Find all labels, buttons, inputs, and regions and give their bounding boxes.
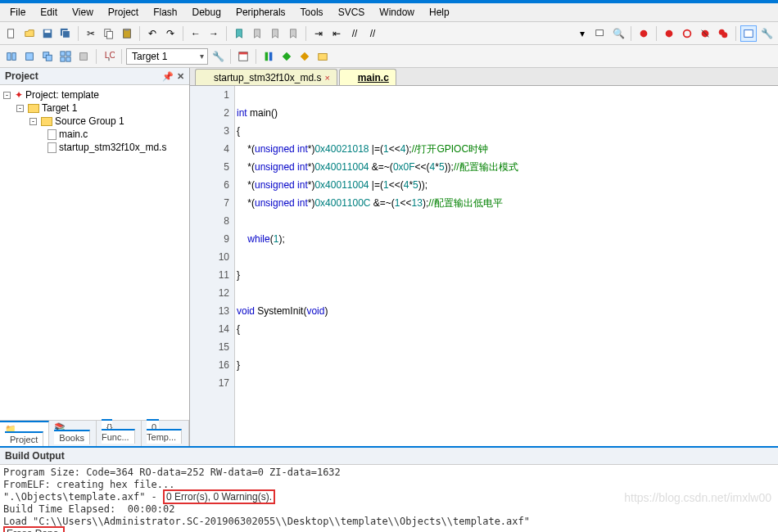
open-icon[interactable] — [21, 25, 38, 42]
manage-components-icon[interactable] — [278, 48, 295, 65]
svg-rect-0 — [8, 29, 14, 38]
breakpoint-killall-icon[interactable] — [715, 25, 731, 42]
manage-books-icon[interactable] — [260, 48, 277, 65]
menu-view[interactable]: View — [66, 5, 100, 20]
file-icon — [47, 129, 57, 140]
bookmark-prev-icon[interactable] — [249, 25, 265, 42]
undo-icon[interactable]: ↶ — [144, 25, 161, 42]
main-area: Project 📌 ✕ -✦Project: template -Target … — [0, 68, 778, 446]
file-icon — [202, 73, 210, 83]
folder-icon — [41, 117, 52, 126]
separator — [256, 49, 256, 64]
rebuild-icon[interactable] — [39, 48, 56, 65]
pin-icon[interactable]: 📌 — [162, 71, 174, 82]
saveall-icon[interactable] — [57, 25, 74, 42]
svg-point-10 — [640, 29, 648, 37]
svg-marker-34 — [301, 52, 310, 61]
pack-installer-icon[interactable] — [314, 48, 331, 65]
target-label: Target 1 — [132, 51, 167, 62]
window-icon[interactable] — [740, 25, 757, 42]
svg-marker-33 — [283, 52, 292, 61]
configure-icon[interactable]: 🔧 — [758, 25, 775, 42]
build-output-body[interactable]: Program Size: Code=364 RO-data=252 RW-da… — [0, 465, 778, 532]
svg-text:LOAD: LOAD — [105, 51, 115, 60]
comment-icon[interactable]: // — [346, 25, 363, 42]
download-icon[interactable]: LOAD — [101, 48, 117, 65]
tree-file[interactable]: startup_stm32f10x_md.s — [59, 142, 166, 153]
svg-rect-2 — [45, 29, 51, 33]
breakpoint-icon[interactable] — [661, 25, 677, 42]
batch-build-icon[interactable] — [57, 48, 74, 65]
tree-group[interactable]: Source Group 1 — [55, 115, 124, 127]
tree-target[interactable]: Target 1 — [42, 102, 77, 114]
toolbar-main: ✂ ↶ ↷ ← → ⇥ ⇤ // // ▾ 🔍 🔧 — [0, 22, 778, 45]
tree-root[interactable]: Project: template — [25, 89, 99, 101]
translate-icon[interactable] — [3, 48, 20, 65]
svg-rect-26 — [66, 56, 70, 61]
menu-flash[interactable]: Flash — [147, 5, 183, 20]
tab-templates[interactable]: 0. Temp... — [142, 421, 189, 446]
svg-rect-24 — [66, 51, 70, 55]
menu-debug[interactable]: Debug — [186, 5, 228, 20]
find-in-files-icon[interactable]: 🔍 — [610, 25, 626, 42]
svg-rect-17 — [744, 29, 753, 37]
close-icon[interactable]: ✕ — [177, 71, 184, 82]
svg-rect-30 — [239, 52, 248, 54]
svg-rect-22 — [46, 55, 52, 61]
svg-point-12 — [684, 29, 691, 37]
manage-icon[interactable] — [235, 48, 251, 65]
tab-books[interactable]: 📚 Books — [49, 421, 97, 446]
indent-icon[interactable]: ⇥ — [310, 25, 327, 42]
find-dropdown[interactable]: ▾ — [574, 25, 590, 42]
project-tree[interactable]: -✦Project: template -Target 1 -Source Gr… — [0, 85, 189, 420]
separator — [139, 26, 140, 41]
menu-window[interactable]: Window — [373, 5, 421, 20]
back-icon[interactable]: ← — [188, 25, 204, 42]
tab-functions[interactable]: {} Func... — [97, 421, 142, 446]
redo-icon[interactable]: ↷ — [162, 25, 179, 42]
editor-tab[interactable]: main.c — [339, 69, 396, 85]
svg-rect-19 — [12, 52, 16, 60]
code-editor[interactable]: 1234567891011121314151617 int main() { *… — [190, 86, 778, 446]
tab-project[interactable]: 📁 Project — [0, 421, 49, 446]
cut-icon[interactable]: ✂ — [83, 25, 99, 42]
find-icon[interactable] — [592, 25, 608, 42]
menu-tools[interactable]: Tools — [294, 5, 330, 20]
editor-area: startup_stm32f10x_md.s×main.c 1234567891… — [190, 68, 778, 446]
breakpoint-kill-icon[interactable] — [697, 25, 713, 42]
menu-help[interactable]: Help — [423, 5, 456, 20]
menu-svcs[interactable]: SVCS — [332, 5, 372, 20]
breakpoint-disable-icon[interactable] — [679, 25, 695, 42]
tree-file[interactable]: main.c — [59, 128, 88, 140]
target-select[interactable]: Target 1 — [126, 48, 208, 65]
debug-icon[interactable] — [636, 25, 652, 42]
menu-file[interactable]: File — [3, 5, 32, 20]
new-icon[interactable] — [3, 25, 20, 42]
manage-rtenv-icon[interactable] — [296, 48, 313, 65]
copy-icon[interactable] — [101, 25, 117, 42]
build-icon[interactable] — [21, 48, 38, 65]
uncomment-icon[interactable]: // — [364, 25, 381, 42]
separator — [226, 26, 227, 41]
separator — [121, 49, 122, 64]
save-icon[interactable] — [39, 25, 56, 42]
bookmark-next-icon[interactable] — [267, 25, 283, 42]
options-icon[interactable]: 🔧 — [210, 48, 226, 65]
bookmark-icon[interactable] — [231, 25, 247, 42]
svg-rect-35 — [319, 53, 328, 60]
svg-rect-31 — [265, 52, 269, 61]
forward-icon[interactable]: → — [206, 25, 222, 42]
editor-tab[interactable]: startup_stm32f10x_md.s× — [195, 69, 337, 85]
svg-rect-32 — [269, 52, 273, 61]
stop-build-icon[interactable] — [75, 48, 92, 65]
bookmark-clear-icon[interactable] — [285, 25, 301, 42]
close-icon[interactable]: × — [324, 73, 329, 83]
code-content[interactable]: int main() { *(unsigned int*)0x40021018 … — [235, 86, 778, 446]
build-output-title: Build Output — [5, 450, 65, 462]
menu-peripherals[interactable]: Peripherals — [229, 5, 292, 20]
paste-icon[interactable] — [119, 25, 135, 42]
outdent-icon[interactable]: ⇤ — [328, 25, 345, 42]
svg-rect-27 — [80, 52, 88, 60]
menu-edit[interactable]: Edit — [34, 5, 64, 20]
menu-project[interactable]: Project — [102, 5, 145, 20]
